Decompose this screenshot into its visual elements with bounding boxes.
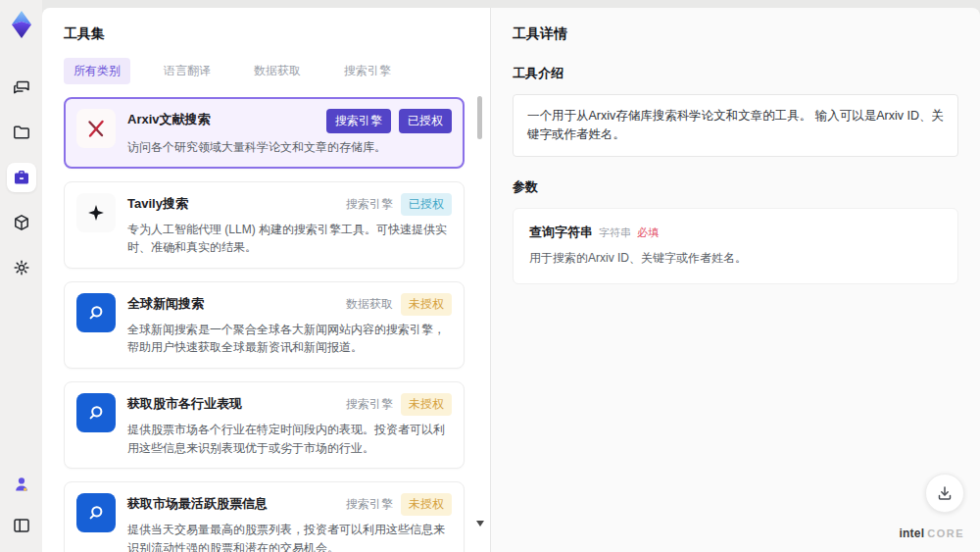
toolbox-icon (12, 168, 31, 187)
category-badge: 搜索引擎 (326, 109, 391, 133)
sidebar (0, 0, 42, 552)
app-window: 工具集 所有类别 语言翻译 数据获取 搜索引擎 (0, 0, 980, 552)
detail-title: 工具详情 (513, 25, 958, 43)
sidebar-item-models[interactable] (7, 208, 36, 237)
search-app-icon (76, 393, 116, 432)
list-scrollbar[interactable] (477, 96, 482, 540)
tool-description: 提供当天交易量最高的股票列表，投资者可以利用这些信息来识别流动性强的股票和潜在的… (127, 521, 452, 552)
tool-name: 获取市场最活跃股票信息 (127, 493, 268, 513)
params-heading: 参数 (513, 178, 958, 196)
tool-card-tavily[interactable]: Tavily搜索 搜索引擎 已授权 专为人工智能代理 (LLM) 构建的搜索引擎… (64, 181, 465, 269)
parameter-required-flag: 必填 (637, 226, 659, 240)
tool-description: 访问各个研究领域大量科学论文和文章的存储库。 (127, 138, 452, 157)
tool-description: 全球新闻搜索是一个聚合全球各大新闻网站内容的搜索引擎，帮助用户快速获取全球最新资… (127, 321, 452, 357)
chat-icon (12, 77, 31, 97)
parameter-description: 用于搜索的Arxiv ID、关键字或作者姓名。 (529, 250, 942, 267)
panel-toggle-icon (12, 516, 31, 535)
tab-search-engine[interactable]: 搜索引擎 (334, 58, 401, 84)
download-button[interactable] (925, 474, 964, 513)
status-badge: 未授权 (401, 293, 452, 316)
status-badge: 已授权 (399, 109, 452, 133)
tool-detail-panel: 工具详情 工具介绍 一个用于从Arxiv存储库搜索科学论文和文章的工具。 输入可… (490, 8, 980, 552)
sidebar-item-files[interactable] (7, 118, 36, 147)
sidebar-item-collapse[interactable] (7, 511, 36, 540)
intro-heading: 工具介绍 (513, 65, 958, 82)
intel-wordmark: intel (900, 527, 925, 540)
category-label: 搜索引擎 (346, 396, 393, 413)
tool-card-sector-performance[interactable]: 获取股市各行业表现 搜索引擎 未授权 提供股票市场各个行业在特定时间段内的表现。… (64, 381, 465, 469)
arxiv-logo-icon (76, 109, 116, 148)
core-wordmark: CORE (927, 527, 964, 539)
tab-data-fetch[interactable]: 数据获取 (244, 58, 311, 84)
app-logo-icon[interactable] (8, 10, 35, 39)
sidebar-nav (7, 73, 36, 282)
tool-name: Tavily搜索 (127, 193, 188, 213)
search-app-icon (76, 293, 116, 332)
sidebar-item-account[interactable] (7, 470, 36, 499)
category-label: 数据获取 (346, 296, 393, 313)
parameter-name: 查询字符串 (529, 224, 593, 241)
tab-all-categories[interactable]: 所有类别 (64, 58, 130, 84)
tool-card-global-news[interactable]: 全球新闻搜索 数据获取 未授权 全球新闻搜索是一个聚合全球各大新闻网站内容的搜索… (64, 281, 465, 369)
search-app-icon (76, 493, 116, 532)
tool-name: 全球新闻搜索 (127, 293, 204, 313)
download-icon (936, 484, 954, 502)
tool-description: 专为人工智能代理 (LLM) 构建的搜索引擎工具。可快速提供实时、准确和真实的结… (127, 221, 452, 257)
parameter-type: 字符串 (599, 226, 631, 240)
sidebar-bottom (7, 470, 36, 540)
status-badge: 未授权 (401, 493, 452, 516)
cube-icon (12, 213, 31, 232)
sparkle-icon (76, 193, 116, 232)
scrollbar-down-arrow[interactable] (476, 521, 484, 527)
intro-text: 一个用于从Arxiv存储库搜索科学论文和文章的工具。 输入可以是Arxiv ID… (513, 94, 958, 157)
tool-card-arxiv[interactable]: Arxiv文献搜索 搜索引擎 已授权 访问各个研究领域大量科学论文和文章的存储库… (64, 97, 465, 169)
tool-name: Arxiv文献搜索 (127, 109, 211, 128)
intel-core-logo: intel CORE (900, 527, 964, 540)
category-label: 搜索引擎 (346, 496, 393, 513)
page-title: 工具集 (64, 25, 466, 43)
parameter-card: 查询字符串 字符串 必填 用于搜索的Arxiv ID、关键字或作者姓名。 (513, 208, 958, 284)
toolset-panel: 工具集 所有类别 语言翻译 数据获取 搜索引擎 (42, 8, 490, 552)
tool-description: 提供股票市场各个行业在特定时间段内的表现。投资者可以利用这些信息来识别表现优于或… (127, 421, 452, 457)
gear-icon (12, 258, 31, 277)
tab-translation[interactable]: 语言翻译 (154, 58, 220, 84)
status-badge: 未授权 (401, 393, 452, 416)
main-area: 工具集 所有类别 语言翻译 数据获取 搜索引擎 (42, 0, 980, 552)
sidebar-item-tools[interactable] (7, 163, 36, 192)
folder-icon (12, 123, 31, 142)
sidebar-item-chat[interactable] (7, 73, 36, 102)
tool-name: 获取股市各行业表现 (127, 393, 242, 413)
tool-card-most-active-stocks[interactable]: 获取市场最活跃股票信息 搜索引擎 未授权 提供当天交易量最高的股票列表，投资者可… (64, 481, 465, 552)
sidebar-item-settings[interactable] (7, 253, 36, 282)
category-label: 搜索引擎 (346, 196, 393, 213)
scrollbar-thumb[interactable] (477, 96, 482, 139)
tool-list: Arxiv文献搜索 搜索引擎 已授权 访问各个研究领域大量科学论文和文章的存储库… (64, 97, 466, 552)
user-icon (12, 475, 31, 494)
category-tabs: 所有类别 语言翻译 数据获取 搜索引擎 (64, 58, 466, 84)
status-badge: 已授权 (401, 193, 452, 216)
